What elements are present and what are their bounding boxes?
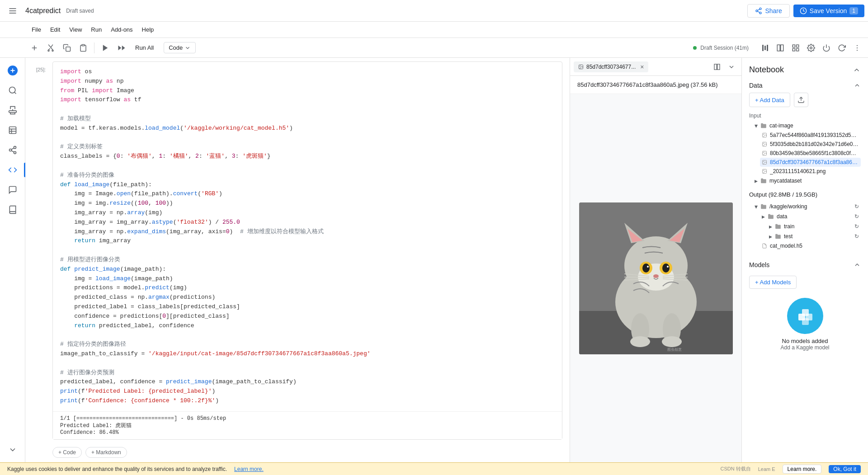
paste-button[interactable] [76,41,90,55]
toolbar-extra-buttons [758,41,864,55]
settings-button[interactable] [804,41,818,55]
share-button[interactable]: Share [747,4,789,18]
panel-collapse-icon[interactable] [853,66,861,74]
folder-expand-icon: ▾ [755,122,758,129]
data-section: Data + Add Data Input ▾ [742,78,868,258]
save-version-button[interactable]: Save Version 1 [793,5,864,17]
svg-rect-22 [781,45,783,51]
cat-model-file[interactable]: cat_model.h5 [760,241,861,250]
mycatdataset-folder[interactable]: ▸ mycatdataset [753,176,861,186]
file-icon-5 [762,169,767,174]
add-kaggle-model-text: Add a Kaggle model [780,344,829,351]
test-subfolder[interactable]: ▸ test ↻ [767,231,861,241]
cat-image-folder-name: cat-image [769,122,859,129]
data-section-collapse[interactable] [854,82,861,89]
svg-rect-16 [66,47,71,51]
sidebar-comment-icon[interactable] [4,181,22,199]
file-3[interactable]: 80b3459e385be58665f1c3808c0fe95c.j [760,149,861,158]
file-4-name: 85d7dcff30734677667a1c8f3aa860a5.jpe [770,159,859,165]
svg-rect-51 [717,64,720,70]
add-cell-button[interactable] [27,41,42,55]
learn-more-button[interactable]: Learn more. [783,465,822,474]
svg-point-11 [48,50,49,51]
session-label: Draft Session (41m) [700,45,749,51]
add-data-button[interactable]: + Add Data [749,93,790,107]
run-cell-button[interactable] [98,41,113,55]
test-subfolder-expand: ▸ [769,233,772,240]
image-tab-close[interactable]: × [640,63,644,71]
menu-help[interactable]: Help [137,22,159,38]
working-folder[interactable]: ▾ /kaggle/working ↻ [753,202,861,212]
cell-number: [25]: [36,67,46,72]
file-2-name: 5f3035dbb2b181d02e342e71d6e0ae38.jp [770,141,859,147]
left-sidebar [0,58,25,462]
code-type-dropdown[interactable]: Code [164,42,196,53]
save-version-label: Save Version [810,7,847,14]
sidebar-trophy-icon[interactable] [4,101,22,119]
folder-icon-2 [760,178,767,184]
sidebar-graph-icon[interactable] [4,141,22,159]
output-line-2: Predicted Label: 虎斑猫 [60,422,555,429]
menu-view[interactable]: View [65,22,86,38]
sidebar-table-icon[interactable] [4,121,22,139]
fast-forward-button[interactable] [114,41,129,55]
data-folder-refresh[interactable]: ↻ [854,213,859,220]
cell-content-box: import os import numpy as np from PIL im… [52,61,562,440]
power-button[interactable] [819,41,834,55]
sidebar-code-icon[interactable] [4,161,22,179]
notebook-area[interactable]: [25]: import os import numpy as np from … [25,58,570,462]
run-all-button[interactable]: Run All [131,42,158,53]
menu-run[interactable]: Run [86,22,106,38]
ok-got-it-button[interactable]: Ok, Got it [829,465,861,473]
input-tree: ▾ cat-image 5a77ec544f860a8f4191393152d5… [749,121,861,186]
session-active-dot [693,46,697,50]
working-folder-refresh[interactable]: ↻ [854,203,859,210]
svg-point-5 [760,12,761,14]
cat-model-filename: cat_model.h5 [770,243,859,249]
sidebar-add-button[interactable] [4,61,22,80]
svg-rect-50 [714,64,717,70]
data-subfolder[interactable]: ▸ data ↻ [760,212,861,221]
train-folder-refresh[interactable]: ↻ [854,223,859,230]
upload-icon [797,96,805,103]
learn-more-link[interactable]: Learn more. [234,466,264,472]
models-section-collapse[interactable] [854,261,861,268]
copy-button[interactable] [60,41,74,55]
menu-edit[interactable]: Edit [46,22,65,38]
no-models-label: No models added [782,338,828,344]
layout-hv-button[interactable] [758,41,772,55]
add-markdown-button[interactable]: + Markdown [85,447,127,458]
menu-file[interactable]: File [27,22,46,38]
train-subfolder[interactable]: ▸ train ↻ [767,221,861,231]
notebook-label: Notebook [749,65,784,75]
cat-image-folder[interactable]: ▾ cat-image [753,121,861,131]
cat-image-files: 5a77ec544f860a8f4191393152d5dc49.jp 5f30… [753,131,861,176]
image-view-toggle[interactable] [711,61,723,73]
sidebar-expand-icon[interactable] [4,441,22,459]
test-folder-refresh[interactable]: ↻ [854,233,859,240]
run-all-label: Run All [135,44,154,51]
add-code-button[interactable]: + Code [52,447,82,458]
refresh-button[interactable] [835,41,849,55]
svg-point-76 [630,336,650,347]
upload-data-button[interactable] [794,93,808,107]
sidebar-book-icon[interactable] [4,201,22,219]
hamburger-menu-button[interactable] [4,2,22,20]
image-expand[interactable] [725,61,738,73]
cut-button[interactable] [43,41,58,55]
sidebar-search-icon[interactable] [4,81,22,99]
add-cell-row: + Code + Markdown [52,447,570,458]
file-1[interactable]: 5a77ec544f860a8f4191393152d5dc49.jp [760,131,861,140]
file-5[interactable]: _20231115140621.png [760,167,861,176]
file-4[interactable]: 85d7dcff30734677667a1c8f3aa860a5.jpe [760,158,861,167]
more-options-button[interactable] [850,41,864,55]
models-section: Models + Add Models No [742,258,868,351]
menubar: File Edit View Run Add-ons Help [0,22,868,38]
menu-addons[interactable]: Add-ons [106,22,137,38]
svg-marker-20 [118,45,122,50]
file-2[interactable]: 5f3035dbb2b181d02e342e71d6e0ae38.jp [760,140,861,149]
grid-view-button[interactable] [788,41,803,55]
image-tab[interactable]: 85d7dcff30734677... × [574,61,648,72]
add-models-button[interactable]: + Add Models [749,276,797,289]
column-view-button[interactable] [773,41,788,55]
